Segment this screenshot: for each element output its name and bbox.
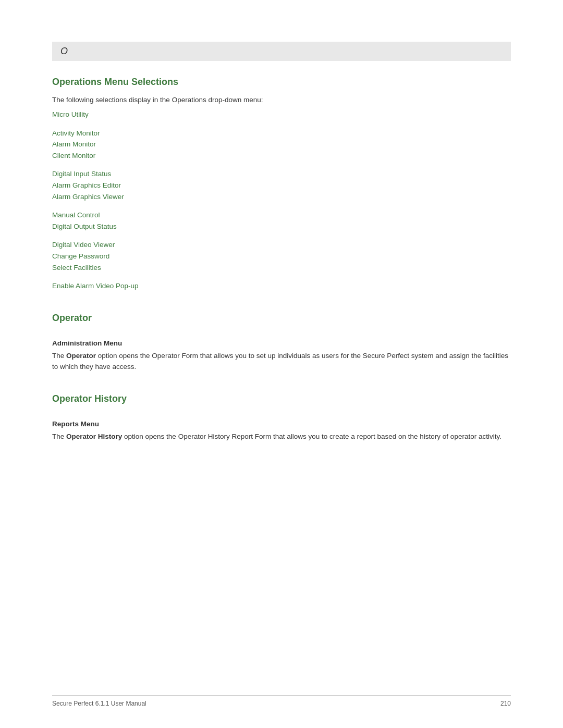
link-group-5: Digital Video Viewer Change Password Sel… xyxy=(52,239,511,273)
intro-text: The following selections display in the … xyxy=(52,96,511,104)
link-group-6: Enable Alarm Video Pop-up xyxy=(52,280,511,292)
operator-body-prefix: The xyxy=(52,352,66,360)
link-enable-alarm-video-popup[interactable]: Enable Alarm Video Pop-up xyxy=(52,280,511,292)
letter-header: O xyxy=(52,42,511,61)
letter-label: O xyxy=(60,46,68,56)
link-digital-input-status[interactable]: Digital Input Status xyxy=(52,168,511,180)
link-group-2: Activity Monitor Alarm Monitor Client Mo… xyxy=(52,128,511,162)
operator-history-suffix: option opens the Operator History Report… xyxy=(122,433,501,440)
link-change-password[interactable]: Change Password xyxy=(52,251,511,262)
operator-body: The Operator option opens the Operator F… xyxy=(52,350,511,373)
link-select-facilities[interactable]: Select Facilities xyxy=(52,262,511,274)
link-activity-monitor[interactable]: Activity Monitor xyxy=(52,128,511,139)
operator-admin-label: Administration Menu xyxy=(52,339,511,347)
operator-history-heading: Operator History xyxy=(52,393,511,404)
link-manual-control[interactable]: Manual Control xyxy=(52,209,511,221)
operator-heading: Operator xyxy=(52,313,511,324)
link-group-1: Micro Utility xyxy=(52,109,511,120)
operator-history-bold: Operator History xyxy=(66,433,122,440)
link-micro-utility[interactable]: Micro Utility xyxy=(52,109,511,120)
operator-history-reports-subsection: Reports Menu The Operator History option… xyxy=(52,420,511,442)
operator-section: Operator Administration Menu The Operato… xyxy=(52,313,511,373)
operator-history-section: Operator History Reports Menu The Operat… xyxy=(52,393,511,442)
operator-admin-subsection: Administration Menu The Operator option … xyxy=(52,339,511,373)
operations-menu-section: Operations Menu Selections The following… xyxy=(52,77,511,292)
operator-history-body: The Operator History option opens the Op… xyxy=(52,431,511,442)
link-client-monitor[interactable]: Client Monitor xyxy=(52,150,511,162)
link-group-3: Digital Input Status Alarm Graphics Edit… xyxy=(52,168,511,202)
link-alarm-graphics-viewer[interactable]: Alarm Graphics Viewer xyxy=(52,191,511,203)
link-alarm-graphics-editor[interactable]: Alarm Graphics Editor xyxy=(52,180,511,191)
link-group-4: Manual Control Digital Output Status xyxy=(52,209,511,232)
link-digital-output-status[interactable]: Digital Output Status xyxy=(52,221,511,232)
link-alarm-monitor[interactable]: Alarm Monitor xyxy=(52,139,511,150)
page-footer: Secure Perfect 6.1.1 User Manual 210 xyxy=(52,695,511,707)
operator-body-bold: Operator xyxy=(66,352,96,360)
operator-history-reports-label: Reports Menu xyxy=(52,420,511,428)
operations-menu-heading: Operations Menu Selections xyxy=(52,77,511,88)
operator-history-prefix: The xyxy=(52,433,66,440)
footer-right: 210 xyxy=(500,700,511,707)
footer-left: Secure Perfect 6.1.1 User Manual xyxy=(52,700,146,707)
operator-body-suffix: option opens the Operator Form that allo… xyxy=(52,352,508,371)
link-digital-video-viewer[interactable]: Digital Video Viewer xyxy=(52,239,511,251)
